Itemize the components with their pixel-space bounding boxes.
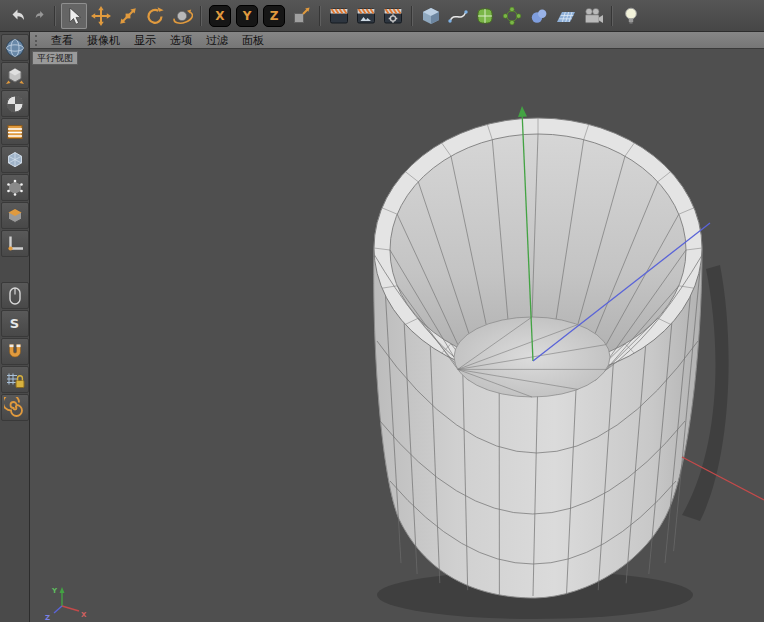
magnet-icon <box>4 341 26 363</box>
grid-lock-icon <box>4 369 26 391</box>
menu-filter[interactable]: 过滤 <box>199 32 235 49</box>
make-editable-icon <box>4 65 26 87</box>
light-icon <box>620 5 642 27</box>
redo-icon <box>33 8 48 23</box>
camera-icon <box>582 5 604 27</box>
last-tool-icon <box>171 5 193 27</box>
toolbar-separator <box>611 6 613 26</box>
z-axis-icon: Z <box>263 5 285 27</box>
light-button[interactable] <box>618 3 644 29</box>
sidebar-item-spiral[interactable] <box>1 394 29 421</box>
array-generator-icon <box>501 5 523 27</box>
sidebar-item-workplane-mode[interactable] <box>1 146 29 173</box>
render-view-button[interactable] <box>326 3 352 29</box>
cube-icon <box>420 5 442 27</box>
toolbar-separator <box>54 6 56 26</box>
live-selection-button[interactable] <box>61 3 87 29</box>
points-mode-icon <box>4 177 26 199</box>
floor-grid-icon <box>555 5 577 27</box>
gizmo-z-label: Z <box>45 614 50 622</box>
render-settings-icon <box>382 5 404 27</box>
toolbar-separator <box>319 6 321 26</box>
lock-z-axis-button[interactable]: Z <box>261 3 287 29</box>
menu-view[interactable]: 查看 <box>44 32 80 49</box>
scale-tool-button[interactable] <box>115 3 141 29</box>
subdivision-surface-icon <box>474 5 496 27</box>
left-toolbar: S <box>0 32 30 622</box>
metaball-deformer-button[interactable] <box>526 3 552 29</box>
spiral-icon <box>4 397 26 419</box>
sidebar-item-enable-axis[interactable] <box>1 230 29 257</box>
scale-icon <box>117 5 139 27</box>
main-area: S 查看 摄像机 显示 选项 <box>0 32 764 622</box>
x-axis-icon: X <box>209 5 231 27</box>
move-icon <box>90 5 112 27</box>
coordinate-system-button[interactable] <box>288 3 314 29</box>
pen-spline-icon <box>447 5 469 27</box>
menu-cameras[interactable]: 摄像机 <box>80 32 127 49</box>
sidebar-item-material-globe[interactable] <box>1 34 29 61</box>
workplane-mode-icon <box>4 149 26 171</box>
sidebar-item-magnet[interactable] <box>1 338 29 365</box>
sidebar-item-points-mode[interactable] <box>1 174 29 201</box>
mouse-icon <box>4 285 26 307</box>
menu-display[interactable]: 显示 <box>127 32 163 49</box>
viewport-3d[interactable]: 平行视图 <box>30 49 764 622</box>
floor-environment-button[interactable] <box>553 3 579 29</box>
pen-spline-button[interactable] <box>445 3 471 29</box>
axis-gizmo[interactable]: Y X Z <box>45 587 87 622</box>
y-axis-icon: Y <box>236 5 258 27</box>
sidebar-item-enable-snap[interactable]: S <box>1 310 29 337</box>
gizmo-x-label: X <box>81 611 87 619</box>
move-tool-button[interactable] <box>88 3 114 29</box>
gizmo-y-label: Y <box>51 587 58 595</box>
toolbar-separator <box>411 6 413 26</box>
metaball-icon <box>528 5 550 27</box>
rotate-icon <box>144 5 166 27</box>
viewport-menubar: 查看 摄像机 显示 选项 过滤 面板 <box>30 32 764 49</box>
model-mode-icon <box>4 93 26 115</box>
lock-x-axis-button[interactable]: X <box>207 3 233 29</box>
cursor-icon <box>63 5 85 27</box>
subdivision-surface-button[interactable] <box>472 3 498 29</box>
snap-icon: S <box>10 316 19 331</box>
y-axis-arrow <box>518 106 527 117</box>
redo-button[interactable] <box>31 7 49 25</box>
sidebar-item-polygons-mode[interactable] <box>1 202 29 229</box>
lock-y-axis-button[interactable]: Y <box>234 3 260 29</box>
coordinate-system-icon <box>290 5 312 27</box>
array-generator-button[interactable] <box>499 3 525 29</box>
viewport-column: 查看 摄像机 显示 选项 过滤 面板 平行视图 <box>30 32 764 622</box>
sidebar-item-make-editable[interactable] <box>1 62 29 89</box>
scene-canvas: Y X Z <box>30 49 764 622</box>
render-view-icon <box>328 5 350 27</box>
render-picture-icon <box>355 5 377 27</box>
render-to-picture-viewer-button[interactable] <box>353 3 379 29</box>
add-cube-primitive-button[interactable] <box>418 3 444 29</box>
sidebar-item-lock-workplane[interactable] <box>1 366 29 393</box>
undo-button[interactable] <box>4 3 30 29</box>
menu-panel[interactable]: 面板 <box>235 32 271 49</box>
polygons-mode-icon <box>4 205 26 227</box>
rotate-tool-button[interactable] <box>142 3 168 29</box>
axis-ruler-icon <box>4 233 26 255</box>
last-used-tool-button[interactable] <box>169 3 195 29</box>
render-settings-button[interactable] <box>380 3 406 29</box>
toolbar-separator <box>200 6 202 26</box>
sidebar-item-model-mode[interactable] <box>1 90 29 117</box>
sidebar-item-viewport-navigation[interactable] <box>1 282 29 309</box>
top-toolbar: X Y Z <box>0 0 764 32</box>
menu-options[interactable]: 选项 <box>163 32 199 49</box>
texture-mode-icon <box>4 121 26 143</box>
globe-icon <box>4 37 26 59</box>
undo-icon <box>6 5 28 27</box>
viewport-view-label[interactable]: 平行视图 <box>32 51 78 65</box>
sidebar-item-texture-mode[interactable] <box>1 118 29 145</box>
menu-grip[interactable] <box>35 35 40 46</box>
camera-button[interactable] <box>580 3 606 29</box>
